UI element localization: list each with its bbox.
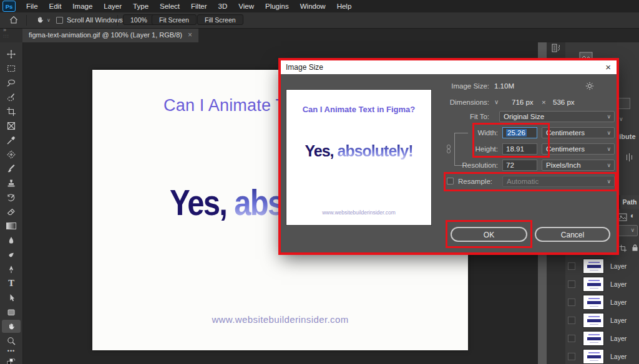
layer-thumbnail[interactable] <box>583 331 604 346</box>
fit-to-dropdown[interactable]: Original Size∨ <box>499 111 615 122</box>
preview-heading-text: Can I Animate Text in Figma? <box>286 105 431 114</box>
image-size-label: Image Size: <box>414 80 489 92</box>
document-tab-close-icon[interactable]: × <box>188 28 192 42</box>
tools-panel: T ••• <box>0 42 23 364</box>
layer-row[interactable]: Layer 290 <box>565 348 639 364</box>
menu-3d[interactable]: 3D <box>213 0 233 12</box>
height-input[interactable]: 18.91 <box>502 143 537 155</box>
menu-type[interactable]: Type <box>127 0 154 12</box>
zoom-tool[interactable] <box>2 334 21 347</box>
crop-tool[interactable] <box>2 105 21 118</box>
picture-icon[interactable] <box>618 213 627 224</box>
clone-stamp-tool[interactable] <box>2 176 21 189</box>
blur-tool[interactable] <box>2 234 21 247</box>
menu-file[interactable]: File <box>21 0 44 12</box>
layer-row[interactable]: Layer 292 <box>565 312 639 330</box>
layer-thumbnail[interactable] <box>583 313 604 328</box>
layer-thumbnail[interactable] <box>583 349 604 364</box>
layer-row[interactable]: Layer 293 <box>565 294 639 312</box>
default-colors-icon[interactable] <box>2 355 21 364</box>
width-input[interactable]: 25.26 <box>502 127 537 138</box>
properties-panel-icon[interactable] <box>551 43 561 55</box>
layer-row[interactable]: Layer 294 <box>565 275 639 294</box>
preview-answer-text: Yes, absolutely! <box>286 142 431 160</box>
brush-tool[interactable] <box>2 162 21 175</box>
layer-thumbnail[interactable] <box>583 259 604 274</box>
lock-transparent-icon[interactable] <box>619 244 627 255</box>
marquee-tool[interactable] <box>2 62 21 75</box>
adjustment-icon[interactable]: ◐ <box>630 211 635 220</box>
fit-screen-button[interactable]: Fit Screen <box>152 14 197 25</box>
resolution-input[interactable]: 72 <box>502 160 537 171</box>
resolution-unit-dropdown[interactable]: Pixels/Inch∨ <box>542 160 615 171</box>
layer-thumbnail[interactable] <box>583 295 604 310</box>
lasso-tool[interactable] <box>2 76 21 89</box>
menu-edit[interactable]: Edit <box>44 0 67 12</box>
align-icon[interactable] <box>625 153 633 164</box>
move-tool[interactable] <box>2 47 21 60</box>
layer-row[interactable]: Layer 291 <box>565 330 639 348</box>
rectangle-tool[interactable] <box>2 305 21 318</box>
width-label: Width: <box>423 127 498 138</box>
resample-checkbox[interactable] <box>447 178 454 184</box>
path-selection-tool[interactable] <box>2 291 21 304</box>
dropdown-fragment-chevron-icon[interactable]: ∨ <box>619 116 623 122</box>
menu-select[interactable]: Select <box>154 0 185 12</box>
layer-thumbnail[interactable] <box>583 277 604 292</box>
layer-visibility-toggle[interactable] <box>568 353 575 360</box>
blend-mode-dropdown-fragment[interactable]: ∨ <box>615 225 638 236</box>
paths-tab[interactable]: Path <box>620 195 639 209</box>
pen-tool[interactable] <box>2 262 21 275</box>
dialog-title-bar[interactable]: Image Size × <box>281 60 617 74</box>
chevron-down-icon: ∨ <box>607 160 611 170</box>
menu-plugins[interactable]: Plugins <box>260 0 295 12</box>
transform-field-fragment[interactable] <box>617 98 630 109</box>
dimensions-times: × <box>542 97 546 108</box>
healing-brush-tool[interactable] <box>2 148 21 161</box>
chevron-down-icon[interactable]: ∨ <box>47 12 51 28</box>
object-selection-tool[interactable] <box>2 90 21 103</box>
eyedropper-tool[interactable] <box>2 133 21 146</box>
smudge-tool[interactable] <box>2 248 21 261</box>
history-brush-tool[interactable] <box>2 191 21 204</box>
grip-dots-icon: ::: <box>3 33 9 39</box>
zoom-100-button[interactable]: 100% <box>123 14 155 25</box>
layer-visibility-toggle[interactable] <box>568 280 575 288</box>
layer-visibility-toggle[interactable] <box>568 299 575 306</box>
attribute-label-fragment: ribute <box>617 133 636 140</box>
menu-bar: Ps File Edit Image Layer Type Select Fil… <box>0 0 639 13</box>
menu-help[interactable]: Help <box>331 0 358 12</box>
hand-tool-icon[interactable] <box>35 15 45 27</box>
layer-visibility-toggle[interactable] <box>568 262 575 270</box>
photoshop-logo-icon[interactable]: Ps <box>2 1 16 12</box>
gear-icon[interactable] <box>585 82 594 93</box>
frame-tool[interactable] <box>2 119 21 132</box>
menu-layer[interactable]: Layer <box>98 0 127 12</box>
dimensions-chevron-icon[interactable]: ∨ <box>494 97 499 108</box>
document-tab[interactable]: figma-text-animation.gif @ 100% (Layer 1… <box>22 28 198 42</box>
menu-filter[interactable]: Filter <box>185 0 213 12</box>
scroll-all-windows-checkbox[interactable] <box>56 17 63 24</box>
toolbar-header: » ::: <box>0 28 22 42</box>
eraser-tool[interactable] <box>2 205 21 218</box>
width-unit-dropdown[interactable]: Centimeters∨ <box>542 127 615 138</box>
height-unit-dropdown[interactable]: Centimeters∨ <box>542 143 615 155</box>
home-icon[interactable] <box>9 15 19 27</box>
menu-view[interactable]: View <box>233 0 260 12</box>
ok-button[interactable]: OK <box>451 227 527 242</box>
layer-visibility-toggle[interactable] <box>568 317 575 324</box>
menu-image[interactable]: Image <box>67 0 98 12</box>
image-preview[interactable]: Can I Animate Text in Figma? Yes, absolu… <box>286 89 432 226</box>
dialog-close-icon[interactable]: × <box>605 60 611 74</box>
gradient-tool[interactable] <box>2 219 21 232</box>
menu-window[interactable]: Window <box>295 0 331 12</box>
cancel-button[interactable]: Cancel <box>535 227 610 242</box>
image-size-dialog: Image Size × Can I Animate Text in Figma… <box>281 60 617 252</box>
type-tool[interactable]: T <box>2 277 21 290</box>
fill-screen-button[interactable]: Fill Screen <box>197 14 243 25</box>
hand-tool[interactable] <box>2 320 21 333</box>
layer-row[interactable]: Layer 295 <box>565 257 639 276</box>
edit-toolbar-icon[interactable]: ••• <box>2 347 21 355</box>
lock-icon[interactable] <box>632 243 638 254</box>
layer-visibility-toggle[interactable] <box>568 335 575 342</box>
